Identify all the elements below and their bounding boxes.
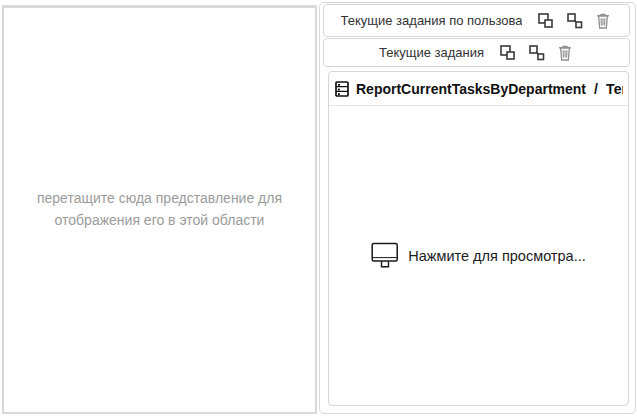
copy-view-button[interactable] (498, 44, 516, 62)
linked-copy-icon (528, 44, 545, 61)
preview-label: Нажмите для просмотра... (408, 248, 585, 264)
report-view-container: ReportCurrentTasksByDepartment / Текущие… (328, 71, 629, 406)
linked-copy-icon (566, 12, 583, 29)
report-title-separator: / (594, 81, 598, 97)
delete-view-button[interactable] (556, 44, 574, 62)
copy-view-button[interactable] (536, 12, 554, 30)
views-column: Текущие задания по пользова (319, 2, 636, 414)
report-name: ReportCurrentTasksByDepartment (356, 81, 586, 97)
copy-icon (537, 12, 554, 29)
preview-placeholder-button[interactable]: Нажмите для просмотра... (371, 242, 585, 269)
trash-icon (595, 12, 611, 30)
view-drop-zone[interactable]: перетащите сюда представление для отобра… (2, 5, 317, 414)
copy-icon (499, 44, 516, 61)
report-list-icon (335, 81, 349, 97)
view-title: Текущие задания по пользова (341, 13, 523, 28)
report-view-title: Текущие з (606, 81, 623, 97)
view-header-current-tasks-by-user[interactable]: Текущие задания по пользова (323, 4, 630, 37)
report-header: ReportCurrentTasksByDepartment / Текущие… (329, 72, 628, 106)
report-preview-area: Нажмите для просмотра... (329, 106, 628, 405)
drop-zone-placeholder: перетащите сюда представление для отобра… (16, 188, 302, 231)
monitor-icon (371, 242, 399, 269)
view-title: Текущие задания (379, 45, 484, 60)
linked-copy-view-button[interactable] (527, 44, 545, 62)
dashboard-designer: перетащите сюда представление для отобра… (0, 0, 637, 419)
delete-view-button[interactable] (594, 12, 612, 30)
linked-copy-view-button[interactable] (565, 12, 583, 30)
trash-icon (557, 44, 573, 62)
view-header-current-tasks[interactable]: Текущие задания (323, 38, 630, 67)
